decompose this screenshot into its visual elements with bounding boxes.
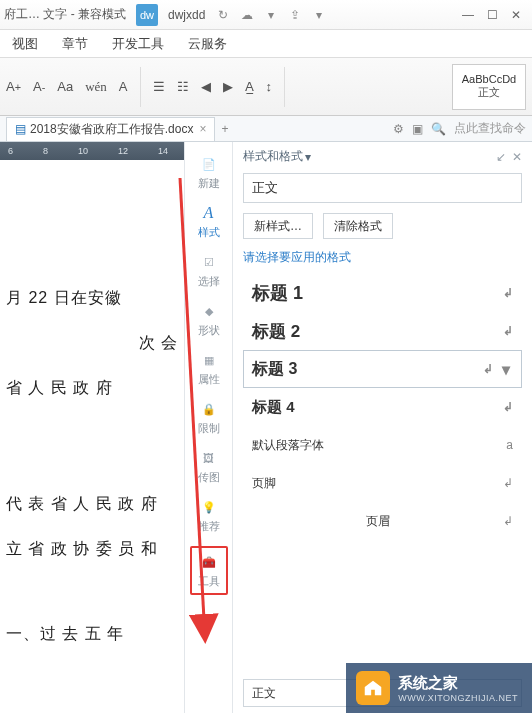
styles-panel-header: 样式和格式 ▾ ↙ ✕ <box>243 148 522 165</box>
font-box[interactable]: A <box>119 79 128 94</box>
settings-icon[interactable]: ⚙ <box>393 122 404 136</box>
document-area[interactable]: 68101214 月 22 日在安徽 次 会 省 人 民 政 府 代 表 省 人… <box>0 142 184 713</box>
cloud-icon[interactable]: ☁ <box>238 6 256 24</box>
style-item-heading4[interactable]: 标题 4↲ <box>243 388 522 426</box>
side-select[interactable]: ☑选择 <box>198 252 220 289</box>
side-styles[interactable]: A样式 <box>198 203 220 240</box>
indent-right[interactable]: ▶ <box>223 79 233 94</box>
style-item-heading1[interactable]: 标题 1↲ <box>243 274 522 312</box>
font-decrease[interactable]: A- <box>33 79 45 94</box>
side-shapes[interactable]: ◆形状 <box>198 301 220 338</box>
style-gallery-item[interactable]: AaBbCcDd 正文 <box>452 64 526 110</box>
style-item-heading2[interactable]: 标题 2↲ <box>243 312 522 350</box>
search-icon: 🔍 <box>431 122 446 136</box>
doc-line: 次 会 <box>6 325 178 360</box>
watermark-url: WWW.XITONGZHIJIA.NET <box>398 693 518 703</box>
dropdown2-icon[interactable]: ▾ <box>310 6 328 24</box>
style-item-header[interactable]: 页眉↲ <box>243 502 522 540</box>
close-panel-icon[interactable]: ✕ <box>512 150 522 164</box>
lock-icon: 🔒 <box>199 399 219 419</box>
paragraph-mark-icon: ↲ <box>503 514 513 528</box>
minimize-button[interactable]: — <box>456 5 480 25</box>
clear-format-button[interactable]: 清除格式 <box>323 213 393 239</box>
apply-hint: 请选择要应用的格式 <box>243 249 522 266</box>
image-icon: 🖼 <box>199 448 219 468</box>
indent-left[interactable]: ◀ <box>201 79 211 94</box>
search-commands-hint[interactable]: 点此查找命令 <box>454 120 526 137</box>
phonetic-guide[interactable]: wén <box>85 79 107 95</box>
main-area: 68101214 月 22 日在安徽 次 会 省 人 民 政 府 代 表 省 人… <box>0 142 532 713</box>
font-increase[interactable]: A+ <box>6 79 21 94</box>
paragraph-mark-icon: ↲ <box>483 362 493 376</box>
add-tab-button[interactable]: + <box>221 122 228 136</box>
watermark-title: 系统之家 <box>398 674 518 693</box>
file-icon: 📄 <box>199 154 219 174</box>
document-tab[interactable]: ▤ 2018安徽省政府工作报告.docx × <box>6 117 215 141</box>
document-tab-bar: ▤ 2018安徽省政府工作报告.docx × + ⚙ ▣ 🔍 点此查找命令 <box>0 116 532 142</box>
current-style-box[interactable]: 正文 <box>243 173 522 203</box>
menu-chapter[interactable]: 章节 <box>50 30 100 58</box>
side-toolbar: 📄新建 A样式 ☑选择 ◆形状 ▦属性 🔒限制 🖼传图 💡推荐 🧰工具 <box>184 142 232 713</box>
app-logo: dw <box>136 4 158 26</box>
menu-view[interactable]: 视图 <box>0 30 50 58</box>
doc-line: 一、过 去 五 年 <box>6 616 178 651</box>
panel-title: 样式和格式 <box>243 148 303 165</box>
style-item-default-font[interactable]: 默认段落字体a <box>243 426 522 464</box>
ribbon-toolbar: A+ A- Aa wén A ☰ ☷ ◀ ▶ A̲ ↕ AaBbCcDd 正文 <box>0 58 532 116</box>
properties-icon: ▦ <box>199 350 219 370</box>
style-item-footer[interactable]: 页脚↲ <box>243 464 522 502</box>
watermark-logo-icon <box>356 671 390 705</box>
panel-dropdown-icon[interactable]: ▾ <box>305 150 311 164</box>
menu-dev[interactable]: 开发工具 <box>100 30 176 58</box>
shapes-icon: ◆ <box>199 301 219 321</box>
numbering[interactable]: ☷ <box>177 79 189 94</box>
change-case[interactable]: Aa <box>57 79 73 94</box>
bullets[interactable]: ☰ <box>153 79 165 94</box>
dropdown-icon[interactable]: ▾ <box>262 6 280 24</box>
watermark: 系统之家 WWW.XITONGZHIJIA.NET <box>346 663 532 713</box>
doc-line: 立 省 政 协 委 员 和 <box>6 531 178 566</box>
select-icon: ☑ <box>199 252 219 272</box>
menu-bar: 视图 章节 开发工具 云服务 <box>0 30 532 58</box>
chevron-down-icon[interactable]: ▾ <box>499 362 513 376</box>
side-new[interactable]: 📄新建 <box>198 154 220 191</box>
side-recommend[interactable]: 💡推荐 <box>198 497 220 534</box>
styles-panel: 样式和格式 ▾ ↙ ✕ 正文 新样式… 清除格式 请选择要应用的格式 标题 1↲… <box>232 142 532 713</box>
side-properties[interactable]: ▦属性 <box>198 350 220 387</box>
side-image[interactable]: 🖼传图 <box>198 448 220 485</box>
bulb-icon: 💡 <box>199 497 219 517</box>
style-gallery-label: 正文 <box>478 85 500 100</box>
new-style-button[interactable]: 新样式… <box>243 213 313 239</box>
char-scale[interactable]: A̲ <box>245 79 254 94</box>
share-icon[interactable]: ⇪ <box>286 6 304 24</box>
maximize-button[interactable]: ☐ <box>480 5 504 25</box>
word-doc-icon: ▤ <box>15 122 26 136</box>
toolbox-icon: 🧰 <box>199 552 219 572</box>
title-bar: 府工… 文字 - 兼容模式 dw dwjxdd ↻ ☁ ▾ ⇪ ▾ — ☐ ✕ <box>0 0 532 30</box>
style-icon: A <box>199 203 219 223</box>
side-restrict[interactable]: 🔒限制 <box>198 399 220 436</box>
app-title: 府工… 文字 - 兼容模式 <box>4 6 126 23</box>
pin-icon[interactable]: ↙ <box>496 150 506 164</box>
paragraph-mark-icon: ↲ <box>503 476 513 490</box>
close-window-button[interactable]: ✕ <box>504 5 528 25</box>
horizontal-ruler: 68101214 <box>0 142 184 160</box>
collapse-ribbon-icon[interactable]: ▣ <box>412 122 423 136</box>
sync-icon[interactable]: ↻ <box>214 6 232 24</box>
doc-short-name: dwjxdd <box>168 8 205 22</box>
doc-line: 代 表 省 人 民 政 府 <box>6 486 178 521</box>
style-item-heading3[interactable]: 标题 3 ↲▾ <box>243 350 522 388</box>
close-tab-icon[interactable]: × <box>199 122 206 136</box>
style-list: 标题 1↲ 标题 2↲ 标题 3 ↲▾ 标题 4↲ 默认段落字体a 页脚↲ 页眉… <box>243 274 522 671</box>
char-mark-icon: a <box>506 438 513 452</box>
side-tools[interactable]: 🧰工具 <box>190 546 228 595</box>
paragraph-mark-icon: ↲ <box>503 286 513 300</box>
menu-cloud[interactable]: 云服务 <box>176 30 239 58</box>
line-spacing[interactable]: ↕ <box>266 79 273 94</box>
paragraph-mark-icon: ↲ <box>503 324 513 338</box>
document-tab-name: 2018安徽省政府工作报告.docx <box>30 121 193 138</box>
paragraph-mark-icon: ↲ <box>503 400 513 414</box>
document-body[interactable]: 月 22 日在安徽 次 会 省 人 民 政 府 代 表 省 人 民 政 府 立 … <box>0 160 184 651</box>
doc-line: 月 22 日在安徽 <box>6 280 178 315</box>
style-sample: AaBbCcDd <box>462 73 516 85</box>
